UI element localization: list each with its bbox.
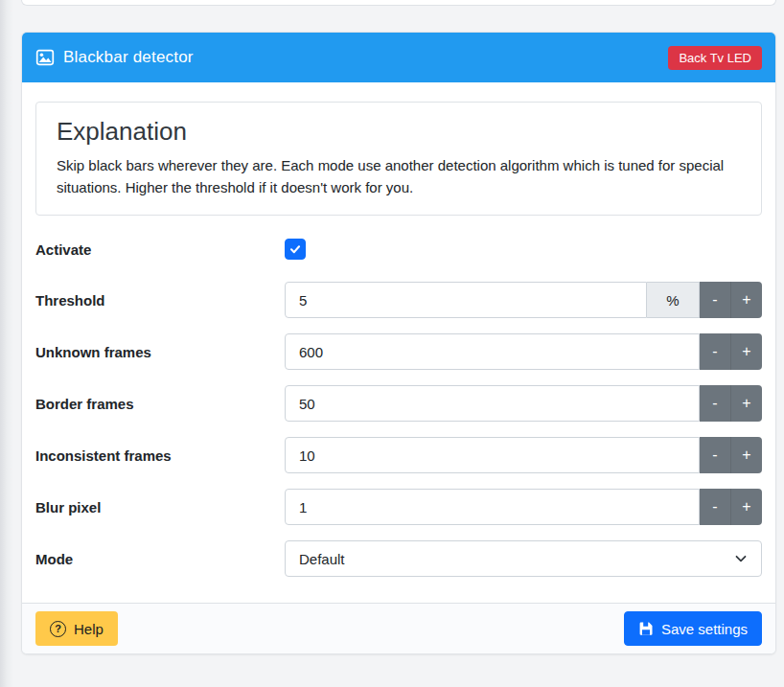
panel-header: Blackbar detector Back Tv LED — [22, 33, 775, 82]
chevron-down-icon — [734, 552, 748, 565]
previous-card-bottom-edge — [21, 0, 776, 6]
border-frames-label: Border frames — [35, 396, 285, 412]
threshold-plus-button[interactable]: + — [730, 282, 762, 318]
form-row-mode: Mode Default — [35, 540, 762, 577]
back-tv-led-button[interactable]: Back Tv LED — [668, 46, 762, 70]
unknown-frames-input[interactable] — [285, 333, 700, 370]
threshold-input[interactable] — [285, 282, 647, 318]
form-row-inconsistent-frames: Inconsistent frames - + — [35, 437, 762, 473]
checkmark-icon — [288, 242, 302, 256]
unknown-frames-minus-button[interactable]: - — [700, 333, 730, 370]
page-left-shadow — [0, 0, 13, 687]
panel-body: Explanation Skip black bars wherever the… — [22, 82, 775, 603]
mode-select[interactable]: Default — [285, 540, 762, 577]
form-row-unknown-frames: Unknown frames - + — [35, 333, 762, 370]
activate-checkbox[interactable] — [285, 239, 306, 260]
inconsistent-frames-minus-button[interactable]: - — [700, 437, 730, 473]
save-settings-button[interactable]: Save settings — [624, 611, 762, 646]
unknown-frames-plus-button[interactable]: + — [730, 333, 762, 370]
border-frames-minus-button[interactable]: - — [700, 385, 730, 422]
form-row-activate: Activate — [35, 235, 762, 263]
help-button[interactable]: ? Help — [35, 611, 118, 646]
unknown-frames-label: Unknown frames — [35, 344, 285, 360]
image-icon — [35, 48, 55, 67]
inconsistent-frames-plus-button[interactable]: + — [730, 437, 762, 473]
mode-selected-value: Default — [299, 551, 345, 567]
panel-title: Blackbar detector — [63, 48, 194, 67]
form-row-blur-pixel: Blur pixel - + — [35, 489, 762, 525]
threshold-minus-button[interactable]: - — [700, 282, 730, 318]
blackbar-detector-panel: Blackbar detector Back Tv LED Explanatio… — [21, 32, 776, 654]
save-icon — [638, 621, 654, 636]
border-frames-plus-button[interactable]: + — [730, 385, 762, 422]
activate-label: Activate — [35, 241, 285, 258]
mode-label: Mode — [35, 551, 285, 567]
panel-footer: ? Help Save settings — [22, 603, 775, 653]
save-button-label: Save settings — [661, 621, 748, 637]
border-frames-input[interactable] — [285, 385, 700, 422]
blur-pixel-plus-button[interactable]: + — [730, 489, 762, 525]
blur-pixel-input[interactable] — [285, 489, 700, 525]
question-mark-icon: ? — [50, 621, 66, 637]
blur-pixel-minus-button[interactable]: - — [700, 489, 730, 525]
help-button-label: Help — [74, 621, 104, 637]
explanation-title: Explanation — [57, 117, 741, 147]
inconsistent-frames-label: Inconsistent frames — [35, 447, 285, 464]
form-row-border-frames: Border frames - + — [35, 385, 762, 422]
form-row-threshold: Threshold % - + — [35, 282, 762, 318]
explanation-text: Skip black bars wherever they are. Each … — [57, 155, 741, 198]
explanation-box: Explanation Skip black bars wherever the… — [35, 102, 762, 216]
blur-pixel-label: Blur pixel — [35, 499, 285, 515]
threshold-label: Threshold — [35, 292, 285, 309]
inconsistent-frames-input[interactable] — [285, 437, 700, 473]
threshold-unit-addon: % — [647, 282, 700, 318]
